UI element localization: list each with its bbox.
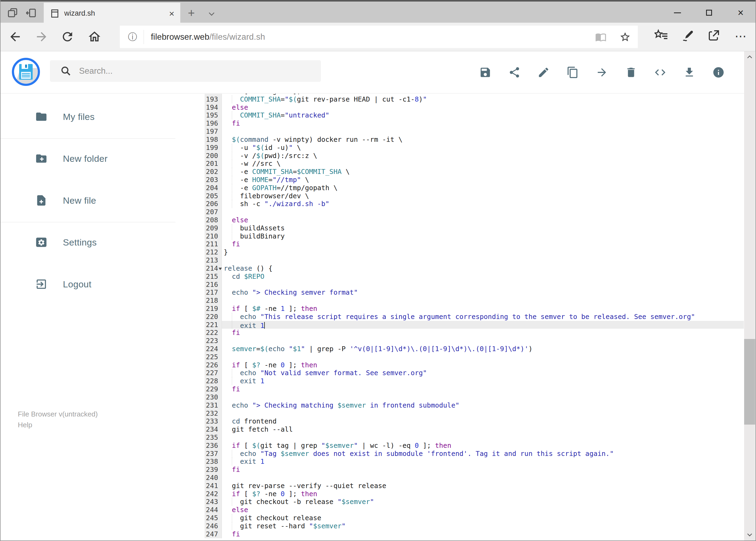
code-line[interactable]: 213 [205,256,744,265]
sidebar-item-new-folder[interactable]: New folder [0,151,177,167]
delete-button[interactable] [625,66,637,79]
help-link[interactable]: Help [18,421,32,429]
code-line[interactable]: 217 echo "> Checking semver format" [205,288,744,296]
scroll-down-icon[interactable] [746,531,753,538]
sidebar-item-my-files[interactable]: My files [0,109,177,125]
browser-tab[interactable]: wizard.sh × [44,3,180,24]
code-line[interactable]: 207 [205,208,744,216]
back-icon[interactable] [8,30,22,44]
code-line[interactable]: 245 git checkout release [205,514,744,522]
code-line[interactable]: 242 if [ $? -ne 0 ]; then [205,490,744,498]
code-line[interactable]: 231 echo "> Checking matching $semver in… [205,401,744,409]
tab-preview-icon[interactable] [7,7,19,18]
scroll-up-icon[interactable] [746,54,753,61]
code-line[interactable]: 234 git fetch --all [205,425,744,433]
share-button[interactable] [508,66,521,79]
code-line[interactable]: 223 [205,337,744,345]
code-line[interactable]: 204 -e GOPATH=//tmp/gopath \ [205,184,744,192]
code-line[interactable]: 206 sh -c "./wizard.sh -b" [205,200,744,208]
code-button[interactable] [654,66,666,79]
code-line[interactable]: 243 git checkout -b release "$semver" [205,498,744,506]
code-line[interactable]: 193 COMMIT_SHA="$(git rev-parse HEAD | c… [205,95,744,104]
reading-view-icon[interactable] [595,31,607,43]
code-line[interactable]: 197 [205,128,744,136]
filebrowser-logo[interactable] [12,58,40,86]
code-line[interactable]: 228 exit 1 [205,377,744,385]
edit-button[interactable] [537,66,550,79]
code-line[interactable]: 198 $(command -v winpty) docker run --rm… [205,136,744,144]
code-line[interactable]: 241 git rev-parse --verify --quiet relea… [205,482,744,490]
code-line[interactable]: 222 fi [205,329,744,337]
add-favorite-star-icon[interactable] [620,31,631,43]
maximize-button[interactable] [697,1,721,24]
code-line[interactable]: 208 else [205,216,744,224]
code-line[interactable]: 215 cd $REPO [205,272,744,280]
code-line[interactable]: 233 cd frontend [205,417,744,425]
set-tabs-aside-icon[interactable] [25,7,37,18]
copy-button[interactable] [567,66,579,79]
scrollbar-thumb[interactable] [744,339,755,425]
favorites-hub-icon[interactable] [654,29,670,44]
code-line[interactable]: 201 -w //src \ [205,160,744,168]
code-line[interactable]: 226 if [ $? -ne 0 ]; then [205,361,744,369]
code-line[interactable]: 229 fi [205,385,744,393]
code-line[interactable]: 216 [205,280,744,289]
save-button[interactable] [479,66,491,79]
code-line[interactable]: 203 -e HOME="//tmp" \ [205,176,744,184]
sidebar-item-settings[interactable]: Settings [0,234,177,251]
code-line[interactable]: 236 if [ $(git tag | grep "$semver" | wc… [205,442,744,450]
more-ellipsis-icon[interactable]: ⋯ [735,29,750,44]
code-line[interactable]: 232 [205,409,744,417]
home-icon[interactable] [88,30,102,44]
code-line[interactable]: 219 if [ $# -ne 1 ]; then [205,305,744,313]
code-line[interactable]: 235 [205,433,744,442]
forward-icon[interactable] [35,30,49,44]
code-line[interactable]: 196 fi [205,119,744,128]
web-notes-pen-icon[interactable] [681,29,696,44]
code-line[interactable]: 202 -e COMMIT_SHA=$COMMIT_SHA \ [205,168,744,176]
close-tab-icon[interactable]: × [169,9,174,18]
code-line[interactable]: 244 else [205,506,744,514]
code-line[interactable]: 214release () { [205,265,744,272]
code-line[interactable]: 224 semver=$(echo "$1" | grep -P '^v(0|[… [205,345,744,353]
close-window-button[interactable]: × [728,1,753,24]
code-line[interactable]: 247 fi [205,530,744,538]
address-bar[interactable]: ⓘ filebrowser.web /files/wizard.sh [120,26,638,48]
fold-marker-icon[interactable] [219,268,222,270]
code-line[interactable]: 240 [205,474,744,482]
code-line[interactable]: 199 -u "$(id -u)" \ [205,144,744,152]
new-tab-button[interactable]: + [188,6,195,20]
code-line[interactable]: 211 fi [205,240,744,248]
download-button[interactable] [683,66,695,79]
code-line[interactable]: 200 -v /$(pwd):/src:z \ [205,152,744,160]
code-editor[interactable]: 192 if [ -d ".git" ]; then193 COMMIT_SHA… [205,94,744,540]
info-button[interactable] [712,66,725,79]
code-line[interactable]: 246 git reset --hard "$semver" [205,522,744,530]
search-box[interactable] [50,60,321,82]
code-line[interactable]: 221 exit 1 [205,321,744,329]
code-line[interactable]: 210 buildBinary [205,232,744,241]
refresh-icon[interactable] [61,30,75,44]
code-line[interactable]: 237 echo "Tag $semver does not exist in … [205,450,744,458]
code-line[interactable]: 227 echo "Not valid semver format. See s… [205,369,744,377]
minimize-button[interactable] [665,1,690,24]
code-line[interactable]: 218 [205,296,744,305]
search-input[interactable] [79,66,301,76]
code-line[interactable]: 212} [205,248,744,256]
code-line[interactable]: 209 buildAssets [205,224,744,232]
move-button[interactable] [596,66,608,79]
code-line[interactable]: 225 [205,353,744,361]
share-icon[interactable] [707,29,722,44]
tab-list-chevron-icon[interactable] [207,9,216,16]
code-line[interactable]: 239 fi [205,466,744,474]
code-line[interactable]: 220 echo "This release script requires a… [205,313,744,321]
code-line[interactable]: 230 [205,393,744,401]
code-line[interactable]: 194 else [205,104,744,112]
sidebar-item-logout[interactable]: Logout [0,276,177,292]
sidebar-item-new-file[interactable]: New file [0,192,177,209]
code-line[interactable]: 195 COMMIT_SHA="untracked" [205,111,744,119]
page-scrollbar[interactable] [744,51,755,540]
page-info-icon[interactable]: ⓘ [128,31,137,43]
code-line[interactable]: 205 filebrowser/dev \ [205,192,744,200]
code-line[interactable]: 238 exit 1 [205,457,744,466]
